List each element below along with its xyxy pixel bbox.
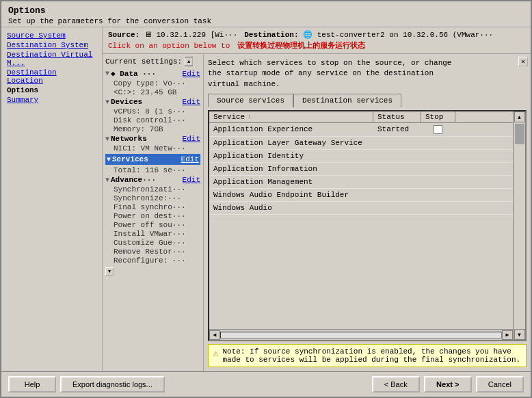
v-scroll-up[interactable]: ▲ [514,111,525,122]
services-description: Select which services to stop on the sou… [208,58,527,90]
td-service-1: Application Layer Gateway Service [209,137,373,149]
data-edit-link[interactable]: Edit [183,70,200,78]
bottom-right-buttons: < Back Next > Cancel [372,376,524,393]
data-item-0: Copy type: Vo··· [105,79,200,88]
section-networks-header: ▼ Networks Edit [105,135,200,143]
section-devices-header: ▼ Devices Edit [105,98,200,106]
sidebar-item-options[interactable]: Options [7,86,96,94]
table-header: Service ↕ Status Stop [209,111,513,123]
td-stop-0 [421,123,455,136]
settings-scrollbar[interactable]: ▲ [185,57,193,66]
v-scroll-down[interactable]: ▼ [514,329,525,340]
advanced-item-5: Install VMwar··· [105,230,200,238]
sidebar-item-summary[interactable]: Summary [7,96,96,104]
sidebar-item-destination-virtual[interactable]: Destination Virtual M... [7,51,96,67]
cancel-button[interactable]: Cancel [476,376,524,393]
services-table: Service ↕ Status Stop Application Experi… [208,110,527,341]
instruction-line: Click on an option below to 设置转换过程物理机上的服… [108,40,525,51]
td-status-4 [373,176,421,188]
td-service-4: Application Management [209,176,373,188]
tab-source-services[interactable]: Source services [208,94,293,107]
source-label: Source: 10.32.1.229 [Wi··· [108,30,237,39]
section-services-title: ▼ Services [107,155,148,163]
networks-edit-link[interactable]: Edit [183,135,200,143]
th-service: Service ↕ [209,111,373,122]
settings-list: ▼ ◆ Data ··· Edit Copy type: Vo··· <C:>:… [105,69,200,265]
table-row: Application Management [209,176,513,189]
v-scrollbar: ▲ ▼ [513,111,525,340]
sidebar-item-destination-location[interactable]: Destination Location [7,68,96,85]
advanced-item-2: Final synchro··· [105,203,200,211]
section-advanced-title: ▼ Advance··· [105,176,156,184]
scroll-up-arrow[interactable]: ▲ [185,57,193,66]
table-row: Application Identity [209,150,513,163]
export-logs-button[interactable]: Export diagnostic logs... [60,376,165,393]
section-data-header: ▼ ◆ Data ··· Edit [105,69,200,78]
table-row: Windows Audio [209,202,513,215]
advanced-item-0: Synchronizati··· [105,185,200,194]
services-panel: ✕ Select which services to stop on the s… [204,54,531,371]
v-scroll-thumb[interactable] [515,124,524,144]
settings-panel: Current settings: ▲ ▼ ◆ Data ··· Ed [103,54,204,371]
data-item-1: <C:>: 23.45 GB [105,88,200,96]
scroll-down-arrow[interactable]: ▼ [105,267,114,276]
h-scroll-track[interactable] [220,332,502,339]
td-status-1 [373,137,421,149]
td-stop-2 [421,150,455,162]
section-services-header: ▼ Services Edit [105,154,200,165]
source-dest-line: Source: 10.32.1.229 [Wi··· Destination: … [108,30,525,39]
note-text: Note: If source synchronization is enabl… [222,347,522,364]
td-service-3: Application Information [209,163,373,175]
back-button[interactable]: < Back [372,376,420,393]
table-row: Application Experience Started [209,123,513,137]
h-scroll-right[interactable]: ▶ [502,330,513,340]
services-arrow: ▼ [107,156,111,163]
stop-checkbox-0[interactable] [434,125,442,134]
tabs-container: Source services Destination services [208,94,527,107]
next-button[interactable]: Next > [424,376,472,393]
main-content: Source System Destination System Destina… [1,27,531,371]
services-item-0: Total: 116 se··· [105,166,200,174]
networks-arrow: ▼ [105,135,109,143]
td-stop-4 [421,176,455,188]
td-stop-5 [421,189,455,201]
th-status: Status [373,111,421,122]
sidebar-item-source-system[interactable]: Source System [7,31,96,40]
sort-arrow[interactable]: ↕ [248,114,251,120]
bottom-left-buttons: Help Export diagnostic logs... [8,376,165,393]
window-title: Options [8,5,524,16]
services-edit-link[interactable]: Edit [181,155,199,163]
close-button[interactable]: ✕ [518,57,528,66]
td-stop-6 [421,202,455,214]
td-stop-1 [421,137,455,149]
td-status-5 [373,189,421,201]
devices-edit-link[interactable]: Edit [183,98,200,106]
networks-item-0: NIC1: VM Netw··· [105,144,200,152]
sidebar-item-destination-system[interactable]: Destination System [7,41,96,49]
tab-destination-services[interactable]: Destination services [293,94,401,107]
help-button[interactable]: Help [8,376,56,393]
advanced-item-7: Remove Restor··· [105,248,200,256]
devices-arrow: ▼ [105,98,109,106]
advanced-edit-link[interactable]: Edit [183,176,200,184]
td-service-6: Windows Audio [209,202,373,214]
bottom-bar: Help Export diagnostic logs... < Back Ne… [1,371,531,397]
td-stop-3 [421,163,455,175]
main-window: Options Set up the parameters for the co… [0,0,532,398]
data-arrow: ▼ [105,70,109,77]
table-body: Application Experience Started Applicati… [209,123,513,329]
current-settings-label: Current settings: [105,57,182,66]
dest-icon [303,31,312,39]
advanced-item-3: Power on dest··· [105,212,200,220]
td-service-2: Application Identity [209,150,373,162]
table-main: Service ↕ Status Stop Application Experi… [209,111,513,340]
table-row: Windows Audio Endpoint Builder [209,189,513,202]
advanced-arrow: ▼ [105,176,109,184]
advanced-item-4: Power off sou··· [105,221,200,229]
table-row: Application Layer Gateway Service [209,137,513,150]
td-service-0: Application Experience [209,123,373,136]
h-scroll-left[interactable]: ◀ [209,330,220,340]
h-scrollbar[interactable]: ◀ ▶ [209,329,513,340]
section-devices-title: ▼ Devices [105,98,142,106]
title-bar: Options Set up the parameters for the co… [1,1,531,27]
